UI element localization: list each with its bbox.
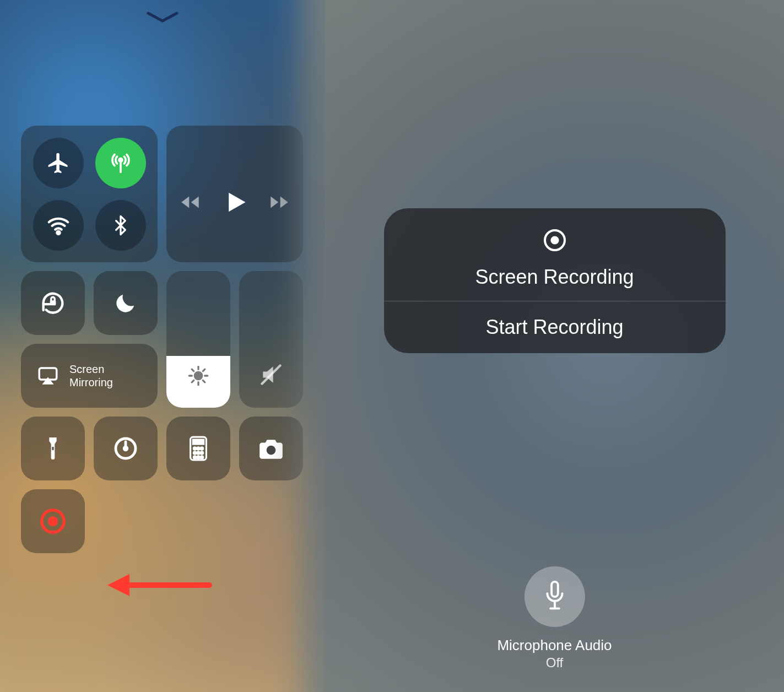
calculator-button[interactable] [166,417,230,480]
airplane-mode-button[interactable] [33,138,84,188]
forward-icon[interactable] [268,191,291,214]
screen-recording-header: Screen Recording [384,208,726,301]
media-tile[interactable] [166,126,303,262]
svg-point-23 [201,447,203,450]
svg-point-21 [193,447,196,450]
start-recording-button[interactable]: Start Recording [384,301,726,353]
volume-slider[interactable] [239,271,303,408]
bluetooth-icon [110,214,132,236]
camera-button[interactable] [239,417,303,480]
screen-record-button[interactable] [21,489,85,553]
svg-marker-34 [107,574,129,596]
airplane-icon [46,151,71,175]
cellular-data-button[interactable] [95,138,146,188]
microphone-status: Off [497,655,612,671]
wifi-button[interactable] [33,200,84,251]
svg-point-28 [197,456,199,458]
connectivity-tile[interactable] [21,126,158,262]
svg-line-11 [192,380,194,382]
microphone-label: Microphone Audio [497,637,612,654]
svg-point-36 [550,236,559,244]
annotation-arrow-icon [105,569,215,602]
do-not-disturb-button[interactable] [94,271,158,335]
flashlight-icon [42,435,64,462]
screen-recording-popup-screenshot: Screen Recording Start Recording Microph… [325,0,784,692]
screen-recording-dialog: Screen Recording Start Recording [384,208,726,353]
svg-point-4 [194,372,202,379]
cellular-antenna-icon [109,151,133,175]
microphone-icon [524,566,585,627]
bluetooth-button[interactable] [95,200,146,251]
svg-point-25 [197,452,199,454]
svg-point-30 [267,446,276,455]
screen-mirroring-button[interactable]: Screen Mirroring [21,344,158,408]
microphone-toggle[interactable]: Microphone Audio Off [497,566,612,671]
timer-button[interactable] [94,417,158,480]
screen-recording-title: Screen Recording [395,266,715,289]
svg-point-22 [197,447,199,450]
rotation-lock-button[interactable] [21,271,85,335]
chevron-down-icon[interactable] [145,10,180,25]
brightness-icon [187,365,209,387]
svg-line-9 [192,369,194,371]
record-icon [38,506,68,536]
calculator-icon [187,435,209,462]
screen-mirroring-label: Screen Mirroring [69,363,113,389]
svg-point-27 [193,456,196,458]
play-icon[interactable] [220,188,249,217]
camera-icon [257,437,285,460]
moon-icon [113,290,138,316]
svg-rect-15 [52,447,53,451]
svg-point-29 [201,456,203,458]
svg-point-26 [201,452,203,454]
wifi-icon [46,213,71,238]
control-center-screenshot: Screen Mirroring [0,0,325,692]
rewind-icon[interactable] [179,191,202,214]
svg-point-32 [48,516,58,526]
flashlight-button[interactable] [21,417,85,480]
brightness-slider[interactable] [166,271,230,408]
airplay-icon [36,364,60,387]
timer-icon [112,435,139,462]
svg-rect-20 [193,440,203,444]
svg-line-12 [203,369,205,371]
svg-point-2 [57,231,60,234]
record-icon [542,227,568,253]
speaker-muted-icon [259,363,283,387]
svg-rect-37 [551,582,558,597]
svg-line-10 [203,380,205,382]
svg-point-18 [124,447,127,450]
rotation-lock-icon [39,289,67,317]
svg-point-24 [193,452,196,454]
